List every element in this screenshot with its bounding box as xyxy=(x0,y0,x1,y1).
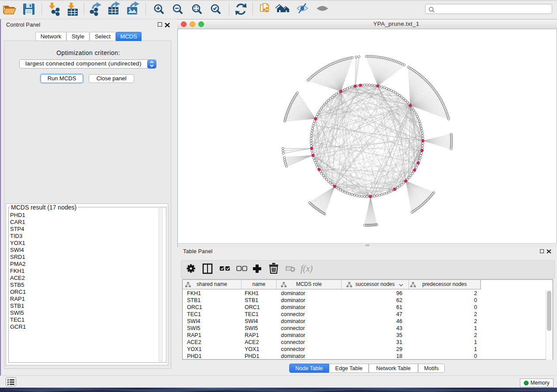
svg-text:f(x): f(x) xyxy=(301,264,313,274)
